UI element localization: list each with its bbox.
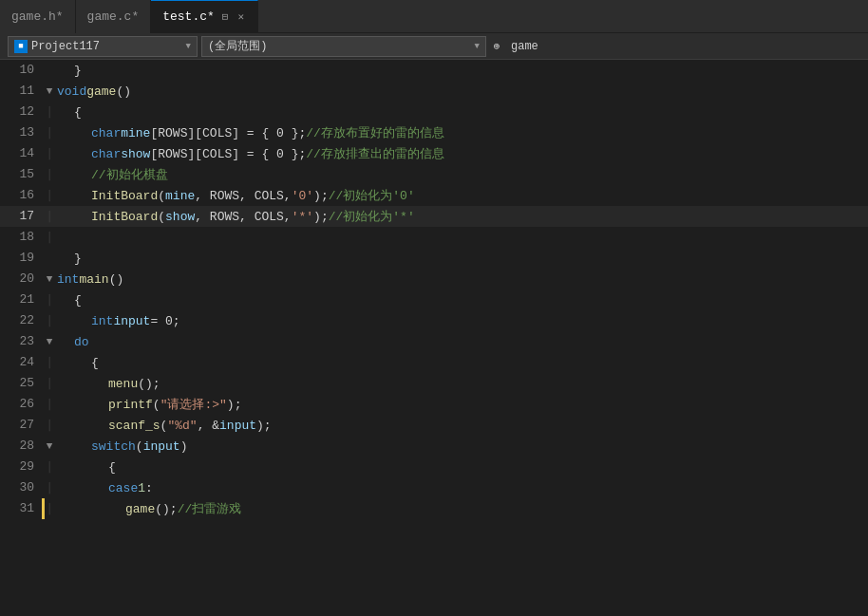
code-line: { — [57, 289, 868, 310]
fold-col: │ — [42, 373, 57, 394]
table-row: 10 } — [0, 60, 868, 81]
table-row: 29 │ { — [0, 457, 868, 477]
fold-col — [42, 60, 57, 81]
fold-col: │ — [42, 185, 57, 206]
code-line: int input = 0; — [57, 310, 868, 331]
line-number: 29 — [0, 457, 42, 477]
line-number: 30 — [0, 477, 42, 498]
project-selector[interactable]: ■ Project117 ▼ — [8, 36, 198, 57]
table-row: 18 │ — [0, 227, 868, 248]
fold-col: │ — [42, 457, 57, 477]
collapse-icon-do[interactable]: ▼ — [47, 336, 53, 347]
scope-selector[interactable]: (全局范围) ▼ — [201, 36, 486, 57]
tab-game-h-label: game.h* — [11, 9, 64, 24]
code-line: case 1: — [57, 477, 868, 498]
code-line: } — [57, 60, 868, 81]
scope-icon: ⊕ — [490, 40, 503, 53]
code-line: char mine[ROWS][COLS] = { 0 };//存放布置好的雷的… — [57, 122, 868, 143]
tab-close-icon[interactable]: ⊟ — [220, 9, 231, 24]
code-line: InitBoard(mine, ROWS, COLS,'0');//初始化为'0… — [57, 185, 868, 206]
line-number: 12 — [0, 102, 42, 122]
editor[interactable]: 10 } 11 ▼ void game() 12 │ { — [0, 60, 868, 616]
table-row: 22 │ int input = 0; — [0, 310, 868, 331]
line-number: 23 — [0, 331, 42, 352]
fold-col[interactable]: ▼ — [42, 269, 57, 289]
fold-col: │ — [42, 164, 57, 185]
code-line: scanf_s("%d", &input); — [57, 415, 868, 436]
fold-col: │ — [42, 227, 57, 248]
line-number: 22 — [0, 310, 42, 331]
fold-col: │ — [42, 102, 57, 122]
line-number: 26 — [0, 394, 42, 415]
project-dropdown-arrow: ▼ — [186, 42, 191, 51]
line-number: 14 — [0, 143, 42, 164]
collapse-icon[interactable]: ▼ — [47, 85, 53, 97]
tab-game-c[interactable]: game.c* — [76, 0, 152, 33]
table-row: 13 │ char mine[ROWS][COLS] = { 0 };//存放布… — [0, 122, 868, 143]
table-row: 12 │ { — [0, 102, 868, 122]
table-row: 28 ▼ switch (input) — [0, 436, 868, 457]
breakpoint-indicator — [42, 498, 45, 519]
fold-col[interactable]: ▼ — [42, 436, 57, 457]
line-number: 28 — [0, 436, 42, 457]
line-number: 20 — [0, 269, 42, 289]
tab-game-c-label: game.c* — [87, 9, 140, 24]
project-icon: ■ — [14, 40, 28, 53]
table-row: 21 │ { — [0, 289, 868, 310]
project-name: Project117 — [31, 40, 100, 53]
table-row: 15 │ //初始化棋盘 — [0, 164, 868, 185]
code-line: menu(); — [57, 373, 868, 394]
tab-test-c-label: test.c* — [162, 9, 215, 24]
collapse-icon-main[interactable]: ▼ — [47, 273, 53, 285]
line-number: 18 — [0, 227, 42, 248]
collapse-icon-switch[interactable]: ▼ — [47, 440, 53, 452]
game-label: game — [511, 40, 538, 53]
code-line: //初始化棋盘 — [57, 164, 868, 185]
fold-col[interactable]: ▼ — [42, 81, 57, 102]
scope-label: (全局范围) — [208, 38, 267, 54]
tab-test-c[interactable]: test.c* ⊟ ✕ — [151, 0, 258, 33]
code-line: { — [57, 352, 868, 373]
fold-col[interactable]: ▼ — [42, 331, 57, 352]
line-number: 31 — [0, 498, 42, 519]
fold-col: │ — [42, 477, 57, 498]
line-number: 13 — [0, 122, 42, 143]
fold-col: │ — [42, 143, 57, 164]
code-line: switch (input) — [57, 436, 868, 457]
line-number: 10 — [0, 60, 42, 81]
code-line: { — [57, 457, 868, 477]
table-row: 11 ▼ void game() — [0, 81, 868, 102]
tab-x-icon[interactable]: ✕ — [236, 9, 246, 24]
line-number: 17 — [0, 206, 42, 227]
fold-col: │ — [42, 394, 57, 415]
line-number: 15 — [0, 164, 42, 185]
editor-body: 10 } 11 ▼ void game() 12 │ { — [0, 60, 868, 616]
toolbar: ■ Project117 ▼ (全局范围) ▼ ⊕ game — [0, 33, 868, 60]
code-line: printf("请选择:>"); — [57, 394, 868, 415]
code-line: void game() — [57, 81, 868, 102]
fold-col: │ — [42, 206, 57, 227]
line-number: 21 — [0, 289, 42, 310]
scope-dropdown-arrow: ▼ — [475, 42, 480, 51]
fold-col — [42, 248, 57, 269]
fold-col: │ — [42, 310, 57, 331]
code-line: game();//扫雷游戏 — [57, 498, 868, 519]
table-row: 14 │ char show[ROWS][COLS] = { 0 };//存放排… — [0, 143, 868, 164]
table-row: 17 │ InitBoard(show, ROWS, COLS,'*');//初… — [0, 206, 868, 227]
table-row: 20 ▼ int main() — [0, 269, 868, 289]
code-line — [57, 227, 868, 248]
fold-col: │ — [42, 415, 57, 436]
table-row: 30 │ case 1: — [0, 477, 868, 498]
code-line: } — [57, 248, 868, 269]
table-row: 24 │ { — [0, 352, 868, 373]
line-number: 19 — [0, 248, 42, 269]
fold-col: │ — [42, 289, 57, 310]
table-row: 19 } — [0, 248, 868, 269]
tab-game-h[interactable]: game.h* — [0, 0, 76, 33]
table-row: 31 │ game();//扫雷游戏 — [0, 498, 868, 519]
code-line: do — [57, 331, 868, 352]
line-number: 16 — [0, 185, 42, 206]
fold-col: │ — [42, 122, 57, 143]
fold-col: │ — [42, 352, 57, 373]
ide-window: game.h* game.c* test.c* ⊟ ✕ ■ Project117… — [0, 0, 868, 616]
